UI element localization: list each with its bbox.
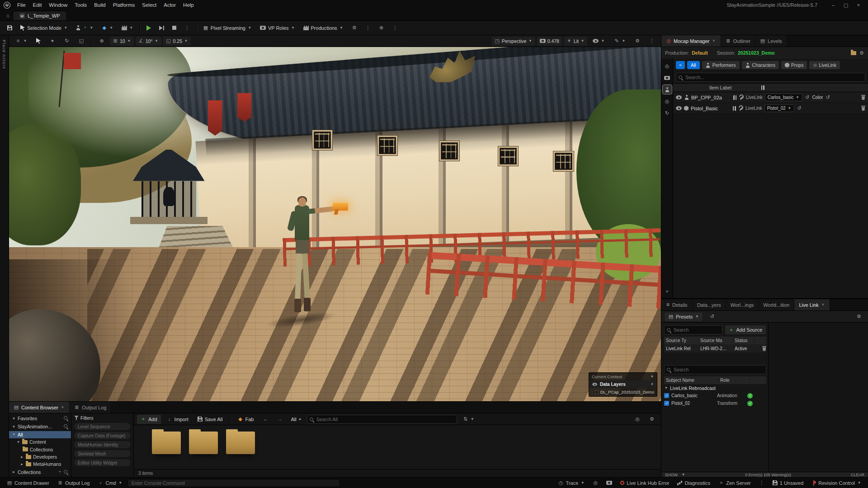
delete-icon[interactable] xyxy=(861,95,865,100)
rotate-tool-button[interactable]: ↻ xyxy=(61,36,73,46)
subject-group-row[interactable]: ▾ LiveLink Rebroadcast xyxy=(664,384,766,392)
filter-performers[interactable]: Performers xyxy=(702,61,740,69)
filter-characters[interactable]: Characters xyxy=(742,61,779,69)
data-layers-row[interactable]: Data Layers × xyxy=(589,380,657,388)
tree-item-content[interactable]: ▾ Content xyxy=(9,438,71,446)
grid-snap-dropdown[interactable]: ⊞ 10 ▾ xyxy=(110,37,134,46)
col-source-type[interactable]: Source Ty xyxy=(664,338,698,343)
play-button[interactable] xyxy=(143,23,155,33)
current-context-header[interactable]: Current Context ▾ xyxy=(589,373,657,380)
vp-roles-dropdown[interactable]: VP Roles ▾ xyxy=(256,23,299,33)
unsaved-button[interactable]: 1 Unsaved xyxy=(769,479,807,488)
layer-checkbox[interactable] xyxy=(595,390,598,394)
revert-button[interactable]: ↺ xyxy=(706,312,718,322)
filter-capture-data[interactable]: Capture Data (Footage) xyxy=(74,432,131,439)
subject-search[interactable] xyxy=(664,365,766,374)
menu-help[interactable]: Help xyxy=(180,1,197,9)
view-mode-dropdown[interactable]: ☀ Lit ▾ xyxy=(564,37,587,46)
source-search-input[interactable] xyxy=(665,327,722,333)
subject-dropdown[interactable]: Pistol_02 ▾ xyxy=(764,104,794,112)
menu-build[interactable]: Build xyxy=(91,1,109,9)
record-mode-button[interactable]: ◎ xyxy=(663,97,672,106)
select-tool-button[interactable] xyxy=(33,36,44,46)
session-folder-icon[interactable] xyxy=(851,51,856,55)
scale-snap-dropdown[interactable]: ◱ 0.25 ▾ xyxy=(163,37,191,46)
col-role[interactable]: Role xyxy=(718,378,750,383)
diagnostics-button[interactable]: Diagnostics xyxy=(674,479,713,488)
show-button[interactable]: SHOW xyxy=(665,473,678,477)
source-row[interactable]: LiveLink Rel LHR-WD-2... Active xyxy=(664,344,766,352)
live-link-settings-button[interactable]: ⚙ xyxy=(853,312,865,322)
tab-details[interactable]: ≣Details xyxy=(661,299,693,310)
productions-dropdown[interactable]: Productions ▾ xyxy=(300,23,347,33)
favorites-header[interactable]: ▾ Favorites xyxy=(9,414,71,422)
filter-props[interactable]: Props xyxy=(781,61,807,69)
cinematics-dropdown[interactable]: ▾ xyxy=(118,23,137,33)
visibility-eye-icon[interactable] xyxy=(676,106,682,110)
forward-button[interactable]: → xyxy=(274,414,286,424)
filter-skeletal-mesh[interactable]: Skeletal Mesh xyxy=(74,450,131,457)
filter-level-sequence[interactable]: Level Sequence xyxy=(74,423,131,430)
tree-item-collections[interactable]: Collections xyxy=(9,446,71,453)
menu-window[interactable]: Window xyxy=(46,1,71,9)
subject-row-carlos[interactable]: Carlos_basic Animation xyxy=(664,392,766,399)
tab-level[interactable]: U L_Temple_WP xyxy=(13,11,67,20)
tab-content-browser[interactable]: ▤ Content Browser × xyxy=(9,402,70,413)
view-settings-button[interactable]: ⚙ xyxy=(646,414,658,424)
viewport-menu-button[interactable]: ≡▾ xyxy=(12,36,31,46)
lock-button[interactable]: ◎ xyxy=(631,414,644,424)
project-root-row[interactable]: ▾ SlayAnimation... xyxy=(9,422,71,431)
tab-output-log[interactable]: ≣ Output Log xyxy=(70,402,111,413)
output-log-button[interactable]: ≣ Output Log xyxy=(54,479,93,488)
close-icon[interactable]: × xyxy=(61,405,65,409)
breadcrumb[interactable]: All ▸ xyxy=(288,417,305,422)
scale-tool-button[interactable]: ◱ xyxy=(75,36,88,46)
col-subject-name[interactable]: Subject Name xyxy=(664,378,718,383)
delete-icon[interactable] xyxy=(861,106,865,111)
subject-checkbox[interactable] xyxy=(664,393,669,398)
viewport-overflow-button[interactable]: ⋮ xyxy=(646,36,658,46)
insights-button[interactable]: ◎ xyxy=(590,479,601,488)
search-icon[interactable] xyxy=(64,424,68,429)
perspective-dropdown[interactable]: ◳ Perspective ▾ xyxy=(492,37,535,46)
collections-header[interactable]: ▸ Collections + xyxy=(9,468,71,476)
home-button[interactable]: ⌂ xyxy=(3,11,13,20)
toolbar-more-button[interactable]: ⋮ xyxy=(362,23,374,33)
tree-item-developers[interactable]: ▸ Developers xyxy=(9,453,71,460)
list-view-button[interactable]: ≡ xyxy=(676,61,685,69)
asset-folder[interactable] xyxy=(189,432,218,454)
reset-icon[interactable]: ↺ xyxy=(825,95,830,100)
tab-world-partition[interactable]: World...ition xyxy=(759,299,795,310)
revision-control-dropdown[interactable]: Revision Control ▾ xyxy=(808,479,864,488)
content-drawer-button[interactable]: ▤ Content Drawer xyxy=(4,479,52,488)
delete-source-icon[interactable] xyxy=(762,346,766,351)
toolbar-settings-button[interactable]: ⚙ xyxy=(348,23,361,33)
wrench-icon[interactable] xyxy=(739,95,744,100)
skip-button[interactable] xyxy=(156,23,168,33)
pixel-streaming-dropdown[interactable]: ▦ Pixel Streaming ▾ xyxy=(199,23,255,33)
session-value[interactable]: 20251023_Demo xyxy=(738,50,775,56)
reset-icon[interactable]: ↺ xyxy=(805,95,810,100)
minimize-button[interactable]: – xyxy=(827,2,839,8)
skeleton-icon[interactable] xyxy=(738,106,743,111)
menu-actor[interactable]: Actor xyxy=(160,1,179,9)
menu-platforms[interactable]: Platforms xyxy=(110,1,138,9)
subject-dropdown[interactable]: Carlos_basic ▾ xyxy=(765,94,802,101)
col-status[interactable]: Status xyxy=(733,338,755,343)
presets-dropdown[interactable]: ▤ Presets ▾ xyxy=(664,312,703,322)
add-source-button[interactable]: + Add Source xyxy=(725,325,766,335)
tree-item-metahumans[interactable]: ▸ MetaHumans xyxy=(9,460,71,468)
close-icon[interactable]: × xyxy=(712,39,716,43)
status-more-button[interactable]: ⋮ xyxy=(756,479,768,488)
col-source-machine[interactable]: Source Ma xyxy=(698,338,733,343)
search-icon[interactable] xyxy=(64,470,68,474)
production-value[interactable]: Default xyxy=(692,50,708,56)
broadcast-icon[interactable]: ◎ xyxy=(663,61,672,70)
filter-all[interactable]: All xyxy=(687,61,700,69)
search-icon[interactable] xyxy=(64,416,68,421)
data-layer-item[interactable]: DL_PCap_20251023_Demo xyxy=(589,388,657,396)
selection-mode-dropdown[interactable]: Selection Mode ▾ xyxy=(17,23,71,33)
add-collection-icon[interactable]: + xyxy=(58,470,62,474)
pause-icon[interactable] xyxy=(733,106,736,111)
subject-row-pistol[interactable]: Pistol_02 Transform xyxy=(664,399,766,407)
